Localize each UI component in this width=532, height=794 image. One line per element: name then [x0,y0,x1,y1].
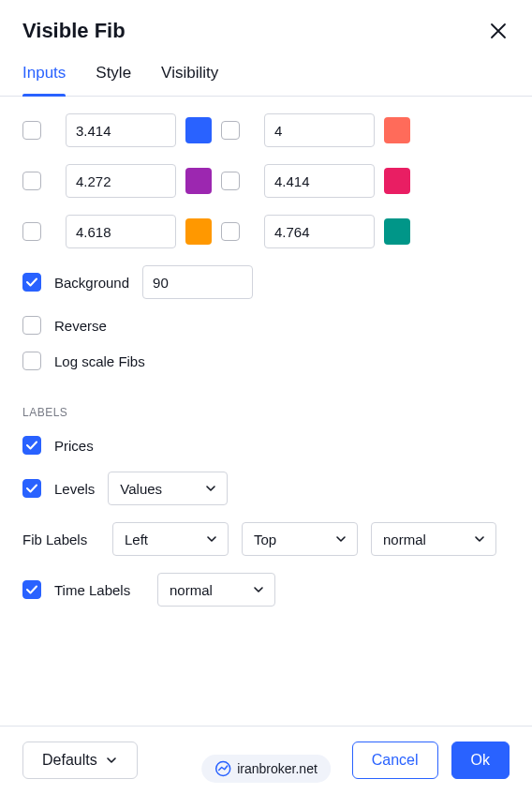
fib-labels-horiz-select[interactable]: Left [112,522,229,556]
chevron-down-icon [204,482,217,495]
fib-labels-label: Fib Labels [22,532,99,547]
levels-checkbox[interactable] [22,479,41,498]
time-labels-label: Time Labels [54,582,144,598]
prices-checkbox[interactable] [22,436,41,455]
fib-level-color-swatch[interactable] [384,117,410,143]
fib-level-value-input[interactable] [264,215,375,248]
chevron-down-icon [473,532,486,546]
fib-level-checkbox[interactable] [22,222,41,241]
background-input[interactable] [142,265,253,299]
tab-inputs[interactable]: Inputs [22,54,66,96]
fib-level-value-input[interactable] [66,164,176,198]
chevron-down-icon [334,532,347,546]
levels-label: Levels [54,481,95,497]
fib-level-color-swatch[interactable] [185,218,212,245]
fib-level-value-input[interactable] [66,215,176,248]
content-area: Background Reverse Log scale Fibs LABELS… [0,97,532,726]
time-labels-weight-select[interactable]: normal [157,573,275,607]
tab-visibility[interactable]: Visibility [161,54,218,96]
ok-button[interactable]: Ok [451,742,510,779]
fib-labels-vert-select[interactable]: Top [242,522,358,556]
watermark: iranbroker.net [201,755,331,783]
chevron-down-icon [252,583,265,596]
reverse-label: Reverse [54,318,107,334]
fib-level-color-swatch[interactable] [185,168,212,194]
background-label: Background [54,275,129,291]
watermark-text: iranbroker.net [237,761,318,776]
tabs: Inputs Style Visibility [0,54,532,97]
fib-level-color-swatch[interactable] [384,218,410,245]
fib-level-value-input[interactable] [66,113,176,147]
prices-label: Prices [54,438,94,454]
fib-level-checkbox[interactable] [221,121,240,140]
fib-level-checkbox[interactable] [221,222,240,241]
fib-labels-weight-select[interactable]: normal [371,522,496,556]
levels-select-value: Values [120,481,162,497]
defaults-label: Defaults [42,752,97,769]
fib-level-row [22,215,510,248]
defaults-button[interactable]: Defaults [22,742,138,779]
tab-style[interactable]: Style [96,54,131,96]
fib-level-color-swatch[interactable] [384,168,410,194]
cancel-button[interactable]: Cancel [352,742,438,779]
labels-section-header: LABELS [22,406,510,419]
levels-select[interactable]: Values [108,472,228,505]
fib-labels-weight-value: normal [383,532,426,547]
fib-level-color-swatch[interactable] [185,117,212,143]
fib-labels-horiz-value: Left [125,532,148,547]
close-icon [489,22,508,40]
fib-labels-vert-value: Top [254,532,276,547]
fib-level-row [22,113,510,147]
fib-level-row [22,164,510,198]
background-checkbox[interactable] [22,273,41,292]
fib-level-value-input[interactable] [264,164,375,198]
close-button[interactable] [487,20,510,42]
dialog-title: Visible Fib [22,19,126,43]
time-labels-checkbox[interactable] [22,580,41,599]
fib-level-checkbox[interactable] [22,172,41,190]
chevron-down-icon [205,532,218,546]
fib-level-checkbox[interactable] [22,121,41,140]
chevron-down-icon [105,754,118,767]
reverse-checkbox[interactable] [22,316,41,335]
logscale-label: Log scale Fibs [54,353,145,369]
fib-level-checkbox[interactable] [221,172,240,190]
chart-icon [214,760,231,777]
fib-level-value-input[interactable] [264,113,375,147]
logscale-checkbox[interactable] [22,352,41,370]
time-labels-weight-value: normal [170,582,213,598]
